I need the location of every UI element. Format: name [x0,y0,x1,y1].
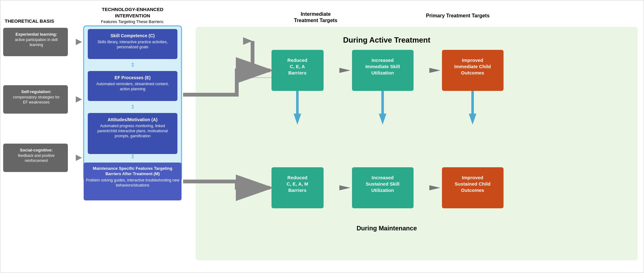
svg-text:compensatory strategies for: compensatory strategies for [13,95,60,99]
arrow-top-intervention [182,37,253,45]
reduced-ceam-box [271,167,324,208]
arrow-upper-fork [183,70,270,95]
intervention-title2: INTERVENTION [115,13,150,18]
theory-box-2 [3,85,68,114]
svg-text:Treatment Targets: Treatment Targets [294,18,337,23]
svg-text:Reduced: Reduced [287,57,307,63]
svg-text:learning: learning [30,43,43,47]
svg-text:Utilization: Utilization [371,187,394,193]
svg-text:Problem solving guides, intera: Problem solving guides, interactive trou… [86,178,180,182]
arrow-theory1 [68,39,82,45]
theory-box-3 [3,144,68,172]
arrow-skill-ef: ⇕ [130,62,135,68]
svg-text:Outcomes: Outcomes [461,70,484,75]
svg-text:Barriers After Treatment (M): Barriers After Treatment (M) [105,171,160,176]
svg-text:Improved: Improved [462,175,483,180]
arrow-attitudes-maintenance: ⇕ [130,153,135,160]
svg-text:Outcomes: Outcomes [461,187,484,193]
svg-text:C, E, A: C, E, A [290,64,305,69]
svg-text:Immediate Skill: Immediate Skill [365,64,400,69]
svg-text:Automated progress monitoring,: Automated progress monitoring, linked [100,124,165,128]
svg-text:Attitudes/Motivation (A): Attitudes/Motivation (A) [108,117,158,122]
svg-text:personalized goals: personalized goals [117,45,148,49]
svg-text:Utilization: Utilization [371,70,394,75]
svg-text:EF weaknesses: EF weaknesses [23,100,50,104]
improved-immediate-child-box [442,50,504,91]
svg-marker-43 [249,68,256,78]
primary-header: Primary Treatment Targets [426,13,490,18]
arrow-ef-attitudes: ⇕ [130,104,135,110]
svg-text:EF Processes (E): EF Processes (E) [115,75,151,80]
reduced-cea-box [271,50,324,91]
ef-processes-box [88,71,177,101]
svg-text:reinforcement: reinforcement [25,158,48,163]
svg-text:Social-cognitive:: Social-cognitive: [20,148,53,152]
svg-text:prompts, gamification: prompts, gamification [115,134,151,138]
svg-text:behaviors/situations: behaviors/situations [116,183,149,187]
attitudes-box [88,113,177,154]
active-treatment-label: During Active Treatment [343,36,431,44]
svg-text:Skills library, interactive pr: Skills library, interactive practice act… [98,40,168,44]
svg-text:parent/child interactive plans: parent/child interactive plans, motivati… [98,129,168,133]
improved-sustained-child-box [442,167,504,208]
arrow-cea-down [294,91,301,125]
arrow-ceam-skill [324,185,350,190]
svg-text:feedback and positive: feedback and positive [18,153,55,158]
svg-text:Reduced: Reduced [287,175,307,180]
theoretical-basis-title: THEORETICAL BASIS [5,18,54,24]
green-bg [196,27,638,260]
skill-competence-box [88,29,177,59]
svg-text:Barriers: Barriers [288,187,307,193]
maintenance-label: During Maintenance [356,225,417,232]
svg-text:Increased: Increased [372,175,394,180]
svg-text:Barriers: Barriers [288,70,307,75]
increased-sustained-skill-box [352,167,414,208]
arrow-immskill-down [379,91,386,125]
svg-text:Improved: Improved [462,57,483,63]
diagram-svg: THEORETICAL BASIS Experiential learning:… [0,0,644,273]
intervention-subtitle: Features Targeting These Barriers: [101,19,164,24]
arrow-theory2 [68,96,82,103]
svg-text:Increased: Increased [372,57,394,63]
svg-text:Immediate Child: Immediate Child [454,64,491,69]
svg-text:Sustained Child: Sustained Child [455,181,490,187]
arrow-sustskill-sustchild [414,185,440,190]
svg-text:C, E, A, M: C, E, A, M [287,181,308,187]
svg-text:Sustained Skill: Sustained Skill [366,181,400,187]
svg-text:Skill Competence (C): Skill Competence (C) [110,33,155,38]
arrow-cea-skill [324,68,350,73]
intervention-border [84,26,182,181]
svg-text:Maintenance Specific Features : Maintenance Specific Features Targeting [93,166,172,171]
theory-box-1 [3,28,68,56]
svg-rect-46 [0,0,644,273]
diagram-container: THEORETICAL BASIS Experiential learning:… [0,0,644,273]
increased-immediate-skill-box [352,50,414,91]
arrow-lower-fork [183,181,270,188]
svg-text:Experiential learning:: Experiential learning: [15,32,57,37]
svg-text:action planning: action planning [120,87,146,91]
maintenance-box [84,163,182,200]
arrow-theory3 [68,155,82,161]
svg-text:Self-regulation:: Self-regulation: [21,89,51,94]
svg-text:active participation in skill: active participation in skill [15,38,57,42]
intervention-title: TECHNOLOGY-ENHANCED [102,7,163,12]
arrow-immskill-immchild [414,68,440,73]
arrow-immchild-down [469,91,476,125]
intermediate-header: Intermediate [301,11,331,17]
svg-text:Automated reminders, streamlin: Automated reminders, streamlined content… [96,82,169,86]
